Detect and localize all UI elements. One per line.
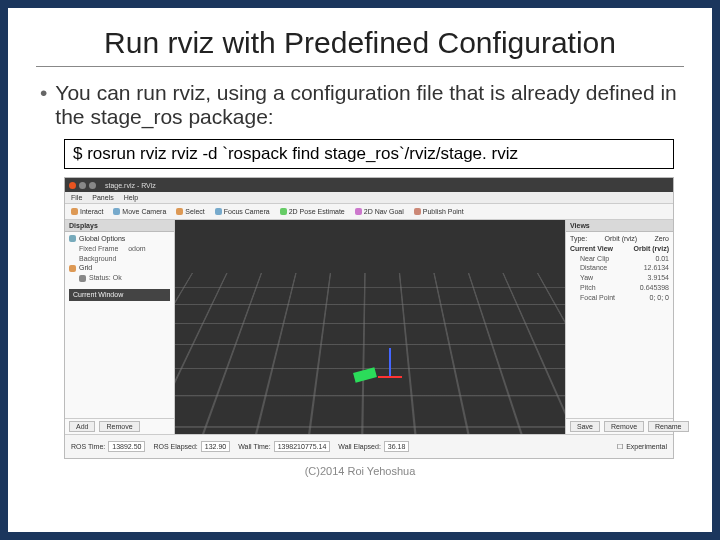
save-button[interactable]: Save xyxy=(570,421,600,432)
ros-elapsed-value: 132.90 xyxy=(201,441,230,452)
displays-header: Displays xyxy=(65,220,174,232)
distance-label: Distance xyxy=(580,263,607,273)
pitch-value[interactable]: 0.645398 xyxy=(640,283,669,293)
type-value[interactable]: Orbit (rviz) xyxy=(605,234,638,244)
viewport-3d[interactable] xyxy=(175,220,565,434)
grid-display[interactable]: Grid xyxy=(79,263,92,273)
rviz-screenshot: stage.rviz - RViz File Panels Help Inter… xyxy=(64,177,674,459)
grid-floor xyxy=(175,273,565,434)
grid-icon xyxy=(69,265,76,272)
window-title: stage.rviz - RViz xyxy=(105,182,156,189)
menu-help[interactable]: Help xyxy=(124,194,138,201)
displays-tree[interactable]: Global Options Fixed Frame odom Backgrou… xyxy=(65,232,174,418)
global-options[interactable]: Global Options xyxy=(79,234,125,244)
bullet-item: • You can run rviz, using a configuratio… xyxy=(40,81,684,129)
ros-time-label: ROS Time: xyxy=(71,443,105,450)
slide-footer: (C)2014 Roi Yehoshua xyxy=(36,465,684,477)
experimental-label: Experimental xyxy=(626,443,667,450)
background-label: Background xyxy=(79,254,116,264)
focal-value[interactable]: 0; 0; 0 xyxy=(650,293,669,303)
menu-file[interactable]: File xyxy=(71,194,82,201)
slide-title: Run rviz with Predefined Configuration xyxy=(36,26,684,67)
zero-button[interactable]: Zero xyxy=(655,234,669,244)
rename-button[interactable]: Rename xyxy=(648,421,688,432)
yaw-value[interactable]: 3.9154 xyxy=(648,273,669,283)
experimental-checkbox[interactable]: ☐ xyxy=(617,443,623,451)
wall-elapsed-value: 36.18 xyxy=(384,441,410,452)
check-icon xyxy=(79,275,86,282)
bullet-dot: • xyxy=(40,81,47,129)
tool-move-camera[interactable]: Move Camera xyxy=(113,208,166,215)
interact-icon xyxy=(71,208,78,215)
status-bar: ROS Time:13892.50 ROS Elapsed:132.90 Wal… xyxy=(65,434,673,458)
yaw-label: Yaw xyxy=(580,273,593,283)
remove-view-button[interactable]: Remove xyxy=(604,421,644,432)
current-view-value: Orbit (rviz) xyxy=(634,244,669,254)
move-camera-icon xyxy=(113,208,120,215)
distance-value[interactable]: 12.6134 xyxy=(644,263,669,273)
focus-icon xyxy=(215,208,222,215)
status-ok: Status: Ok xyxy=(89,273,122,283)
near-clip-value[interactable]: 0.01 xyxy=(655,254,669,264)
window-titlebar: stage.rviz - RViz xyxy=(65,178,673,192)
fixed-frame-label: Fixed Frame xyxy=(79,244,118,254)
minimize-icon[interactable] xyxy=(79,182,86,189)
tool-interact[interactable]: Interact xyxy=(71,208,103,215)
bullet-text: You can run rviz, using a configuration … xyxy=(55,81,684,129)
axis-gizmo xyxy=(378,348,402,378)
wall-time-label: Wall Time: xyxy=(238,443,270,450)
current-window[interactable]: Current Window xyxy=(69,289,170,301)
tool-publish-point[interactable]: Publish Point xyxy=(414,208,464,215)
maximize-icon[interactable] xyxy=(89,182,96,189)
fixed-frame-value[interactable]: odom xyxy=(128,244,146,254)
remove-button[interactable]: Remove xyxy=(99,421,139,432)
wall-elapsed-label: Wall Elapsed: xyxy=(338,443,381,450)
add-button[interactable]: Add xyxy=(69,421,95,432)
views-panel: Views Type:Orbit (rviz)Zero Current View… xyxy=(565,220,673,434)
tool-select[interactable]: Select xyxy=(176,208,204,215)
ros-elapsed-label: ROS Elapsed: xyxy=(153,443,197,450)
nav-goal-icon xyxy=(355,208,362,215)
wall-time-value: 1398210775.14 xyxy=(274,441,331,452)
displays-panel: Displays Global Options Fixed Frame odom… xyxy=(65,220,175,434)
menu-panels[interactable]: Panels xyxy=(92,194,113,201)
views-header: Views xyxy=(566,220,673,232)
focal-label: Focal Point xyxy=(580,293,615,303)
menu-bar: File Panels Help xyxy=(65,192,673,204)
globe-icon xyxy=(69,235,76,242)
current-view-label: Current View xyxy=(570,244,613,254)
tool-focus[interactable]: Focus Camera xyxy=(215,208,270,215)
tool-nav-goal[interactable]: 2D Nav Goal xyxy=(355,208,404,215)
close-icon[interactable] xyxy=(69,182,76,189)
ros-time-value: 13892.50 xyxy=(108,441,145,452)
axis-x-icon xyxy=(378,376,402,378)
pose-icon xyxy=(280,208,287,215)
views-tree[interactable]: Type:Orbit (rviz)Zero Current ViewOrbit … xyxy=(566,232,673,418)
axis-z-icon xyxy=(389,348,391,376)
publish-icon xyxy=(414,208,421,215)
pitch-label: Pitch xyxy=(580,283,596,293)
tool-bar: Interact Move Camera Select Focus Camera… xyxy=(65,204,673,220)
select-icon xyxy=(176,208,183,215)
command-box: $ rosrun rviz rviz -d `rospack find stag… xyxy=(64,139,674,169)
tool-pose-estimate[interactable]: 2D Pose Estimate xyxy=(280,208,345,215)
near-clip-label: Near Clip xyxy=(580,254,609,264)
type-label: Type: xyxy=(570,234,587,244)
